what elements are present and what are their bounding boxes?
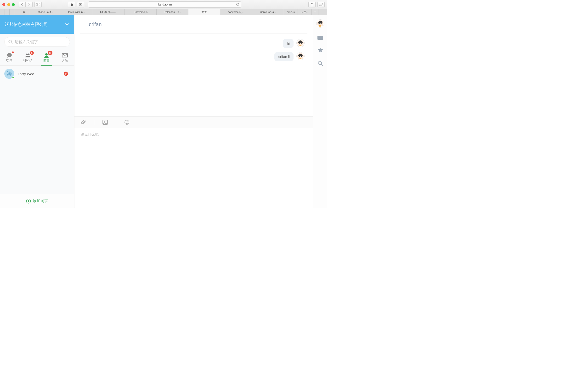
company-name: 沃邦信息科技有限公司 (5, 21, 48, 27)
svg-point-7 (9, 40, 12, 43)
url-text: jiandao.im (158, 3, 172, 6)
smile-icon (124, 120, 129, 125)
svg-point-20 (299, 56, 300, 57)
message-placeholder: 说点什么吧... (81, 132, 102, 136)
message-avatar (296, 52, 304, 60)
minimize-window-button[interactable] (7, 3, 10, 6)
browser-tab[interactable]: erse.js (284, 9, 298, 15)
svg-rect-6 (319, 4, 322, 6)
image-icon (103, 120, 108, 125)
company-header[interactable]: 沃邦信息科技有限公司 (0, 15, 74, 34)
tab-colleague[interactable]: 同事 16 (37, 50, 56, 65)
forward-button[interactable] (25, 2, 32, 7)
sidebar-tabs: … 话题 讨论组 5 同事 16 (0, 50, 74, 66)
chat-panel: crifan hicrifan li 说点什么吧... (74, 15, 313, 208)
svg-rect-22 (300, 58, 301, 59)
back-button[interactable] (18, 2, 25, 7)
plus-circle-icon: + (26, 199, 31, 204)
nav-buttons (18, 2, 32, 7)
reload-button[interactable] (236, 3, 239, 6)
message-row: crifan li (83, 52, 304, 61)
chevron-down-icon (65, 23, 69, 26)
svg-text:…: … (8, 54, 10, 56)
svg-point-17 (301, 43, 302, 44)
share-icon (311, 3, 313, 6)
chat-header: crifan (80, 15, 307, 34)
search-input[interactable]: 请输入关键字 (4, 37, 70, 47)
star-icon (317, 47, 324, 53)
reader-icon (79, 3, 82, 6)
browser-tab[interactable]: 人员... (298, 9, 312, 15)
message-input[interactable]: 说点什么吧... (74, 128, 313, 208)
address-bar[interactable]: jiandao.im (88, 1, 241, 8)
svg-point-21 (301, 56, 302, 57)
maximize-window-button[interactable] (12, 3, 15, 6)
browser-tab[interactable]: Converse.js (125, 9, 157, 15)
attach-button[interactable] (81, 120, 94, 125)
svg-point-27 (127, 122, 128, 122)
tabs-button[interactable] (317, 2, 325, 7)
browser-tab[interactable]: Converse.js... (252, 9, 284, 15)
svg-rect-31 (319, 25, 321, 27)
right-rail (313, 15, 327, 208)
tab-label: 话题 (6, 59, 12, 63)
message-bubble: crifan li (274, 52, 294, 61)
image-button[interactable] (103, 120, 116, 125)
share-button[interactable] (308, 2, 315, 7)
browser-tab[interactable] (14, 9, 19, 15)
search-button[interactable] (317, 61, 323, 66)
search-placeholder: 请输入关键字 (15, 40, 38, 44)
chat-toolbar (74, 116, 313, 128)
tab-label: 讨论组 (23, 59, 32, 63)
reader-button[interactable] (77, 2, 84, 7)
svg-point-32 (318, 61, 322, 65)
unread-badge: 0 (64, 72, 68, 76)
svg-point-25 (125, 120, 129, 124)
svg-line-33 (321, 64, 323, 66)
svg-point-12 (28, 53, 30, 55)
svg-rect-3 (80, 4, 81, 5)
tab-group[interactable]: 讨论组 5 (19, 50, 37, 65)
browser-tab[interactable]: U (19, 9, 29, 15)
notification-dot (12, 52, 14, 53)
favorites-button[interactable] (317, 47, 324, 53)
avatar-char: 涛 (7, 70, 12, 77)
sidebar: 沃邦信息科技有限公司 请输入关键字 … 话题 讨论组 5 (0, 15, 74, 208)
browser-tab[interactable]: conversejs_... (220, 9, 252, 15)
status-online-dot (12, 76, 14, 79)
sidebar-toggle-button[interactable] (34, 2, 42, 7)
browser-tab[interactable] (0, 9, 5, 15)
avatar: 涛 (4, 69, 14, 79)
chevron-left-icon (21, 3, 23, 6)
evernote-extension-button[interactable] (68, 2, 75, 7)
tab-contacts[interactable]: 人脉 (56, 50, 74, 65)
contact-name: Larry Woo (18, 72, 34, 76)
emoji-button[interactable] (124, 120, 138, 125)
reload-icon (236, 3, 239, 6)
browser-tab[interactable]: 简道 (189, 9, 220, 15)
close-window-button[interactable] (2, 3, 5, 6)
add-colleague-button[interactable]: + 添加同事 (0, 194, 74, 208)
tab-topic[interactable]: … 话题 (0, 50, 19, 65)
svg-point-11 (26, 53, 28, 55)
chat-bubble-icon: … (6, 53, 12, 58)
browser-tab[interactable]: IOS系列——... (93, 9, 125, 15)
add-colleague-label: 添加同事 (33, 198, 48, 204)
browser-tab[interactable]: iphone - aut... (29, 9, 61, 15)
tab-label: 人脉 (62, 59, 68, 63)
sidebar-search: 请输入关键字 (0, 34, 74, 50)
mail-icon (62, 53, 68, 58)
contact-item[interactable]: 涛 Larry Woo 0 (0, 66, 74, 82)
search-icon (317, 61, 323, 66)
contact-list: 涛 Larry Woo 0 (0, 66, 74, 194)
files-button[interactable] (317, 35, 324, 40)
browser-tab[interactable] (10, 9, 14, 15)
app-root: 沃邦信息科技有限公司 请输入关键字 … 话题 讨论组 5 (0, 15, 327, 208)
browser-tab[interactable]: Releases · jc... (157, 9, 189, 15)
new-tab-button[interactable]: + (312, 9, 318, 15)
current-user-avatar[interactable] (316, 19, 325, 28)
browser-tab[interactable] (5, 9, 10, 15)
browser-tab[interactable]: Issue with ini... (61, 9, 93, 15)
svg-line-8 (11, 43, 12, 44)
svg-point-13 (45, 53, 48, 56)
